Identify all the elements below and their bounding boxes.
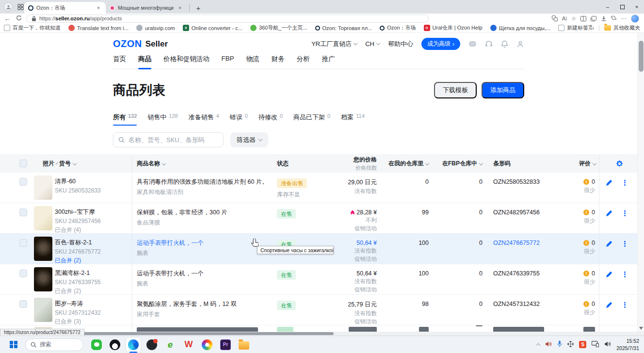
edit-product-button[interactable] [606,210,612,218]
bookmark-item[interactable]: XOnline converter - c... [183,25,242,31]
bookmarks-overflow-chevron[interactable]: › [592,25,594,32]
360-browser-icon[interactable] [200,337,214,352]
filter-tab[interactable]: 所有132 [113,113,137,125]
nav-item[interactable]: 物流 [246,55,259,64]
edit-product-button[interactable] [606,271,612,279]
header-photo[interactable]: 照片 [43,160,52,168]
row-menu-button[interactable]: ⋮ [621,210,628,217]
profile-avatar[interactable] [631,15,639,23]
tray-expand-icon[interactable] [536,343,540,347]
messages-icon[interactable] [468,40,477,48]
nav-item[interactable]: FBP [222,55,234,64]
translate-icon[interactable] [552,16,558,21]
header-name[interactable]: 商品名称 [132,154,273,173]
microphone-icon[interactable] [557,340,562,349]
table-settings-gear-icon[interactable] [599,154,637,173]
nav-item[interactable]: 商品 [138,55,151,64]
header-rating[interactable]: 评价 [571,160,599,168]
edit-product-button[interactable] [606,179,612,188]
tab-close-icon[interactable]: × [177,5,183,11]
product-name[interactable]: 具有消毒作用的强效多功能清洁地板片剂 60 片。 [137,178,268,186]
edge-icon[interactable] [126,337,141,352]
vertical-scrollbar[interactable] [637,33,644,332]
store-selector[interactable]: YR工厂直销店 [311,40,357,48]
bookmark-item[interactable]: Translate text from i... [68,25,129,31]
product-barcode[interactable]: OZN2476675772 [493,240,540,246]
ie-icon[interactable]: e [163,337,177,352]
extensions-icon[interactable] [611,16,617,21]
filter-tab[interactable]: 待修改0 [258,113,283,125]
header-stock[interactable]: 在我的仓库里 [379,160,433,168]
bookmark-item[interactable]: Ozon：市场 [380,24,416,32]
product-name[interactable]: 保鲜膜，包装，非常经济，300 片 [137,209,268,217]
row-checkbox[interactable] [19,270,27,277]
add-product-button[interactable]: 添加商品 [482,82,524,98]
product-name[interactable]: 聚氨酯涂层，家务手套，M 码，12 双 [137,300,268,308]
row-menu-button[interactable]: ⋮ [621,302,628,308]
browser-tab-2[interactable]: Мощные многофункциональнь × [106,2,187,14]
row-checkbox[interactable] [19,239,27,247]
row-menu-button[interactable]: ⋮ [621,179,628,186]
download-icon[interactable] [601,16,607,21]
horizontal-scrollbar[interactable] [0,332,644,336]
filter-tab[interactable]: 商品已下架0 [293,113,330,125]
account-icon[interactable] [516,40,524,48]
split-screen-icon[interactable] [580,16,586,21]
filter-tab[interactable]: 销售中128 [147,113,177,125]
notifications-bell-icon[interactable] [501,40,508,48]
edit-product-button[interactable] [606,241,612,249]
row-checkbox[interactable] [19,209,27,216]
filter-tab[interactable]: 档案114 [341,113,365,125]
help-center-link[interactable]: 帮助中心 [388,40,413,48]
window-maximize-button[interactable] [615,0,629,14]
bookmark-item[interactable]: 百度一下，你就知道 [4,24,61,32]
browser-profile-icon[interactable] [4,2,13,11]
scroll-down-arrow[interactable] [639,327,643,330]
speaker-icon[interactable] [604,341,611,349]
volume-icon[interactable] [545,341,552,349]
collections-icon[interactable] [591,16,596,21]
row-menu-button[interactable]: ⋮ [621,271,628,278]
wechat-icon[interactable] [89,337,104,352]
bookmark-item[interactable]: 360导航_一个主页... [250,24,307,32]
nav-item[interactable]: 分析 [297,55,310,64]
select-all-checkbox[interactable] [19,160,27,167]
taskbar-search[interactable]: 搜索 [25,338,83,351]
language-selector[interactable]: CH [365,40,380,48]
bookmark-item[interactable]: uralsvip.com [136,25,175,31]
new-tab-button[interactable]: + [193,4,203,12]
bookmark-item[interactable]: OUral仓库 | Ozon Help [424,24,483,32]
support-headset-icon[interactable] [485,40,493,48]
qq-icon[interactable] [108,337,122,352]
premiere-icon[interactable]: Pr [218,337,233,352]
filter-tab[interactable]: 准备销售4 [189,113,219,125]
row-menu-button[interactable]: ⋮ [621,241,628,247]
other-favorites-folder[interactable]: 其他收藏夹 [604,24,640,32]
download-template-button[interactable]: 下载模板 [434,82,477,98]
product-name[interactable]: 运动手表带打火机，一个 [137,270,268,278]
nav-item[interactable]: 推广 [322,55,335,64]
header-art[interactable]: 货号 [52,160,132,168]
start-button[interactable] [7,338,20,352]
window-minimize-button[interactable]: – [600,0,615,14]
nav-item[interactable]: 价格和促销活动 [163,55,209,64]
header-fbp[interactable]: 在FBP仓库中 [433,160,488,168]
bookmark-item[interactable]: 新建标签页 [558,24,592,32]
favorite-star-icon[interactable]: ☆ [571,16,576,22]
window-close-button[interactable]: × [629,0,644,14]
wps-icon[interactable]: W [181,337,196,352]
more-options-icon[interactable]: ⋯ [621,16,627,22]
file-explorer-icon[interactable] [237,337,251,352]
premium-button[interactable]: 成为高级› [421,38,460,50]
bookmark-item[interactable]: Ozon: Торговая пл... [315,25,372,31]
tab-close-icon[interactable]: × [95,5,102,11]
bookmark-item[interactable]: Щетка для посуды,... [490,25,550,31]
vertical-scrollbar-thumb[interactable] [639,41,644,72]
nav-item[interactable]: 财务 [272,55,285,64]
workspaces-icon[interactable] [16,3,24,11]
read-aloud-icon[interactable]: A) [562,16,567,21]
browser-tab-active[interactable]: Ozon：市场 × [24,2,106,14]
360-safe-icon[interactable] [145,337,159,352]
sogou-input-icon[interactable]: S [579,341,586,348]
move-tool-icon[interactable] [567,341,574,349]
